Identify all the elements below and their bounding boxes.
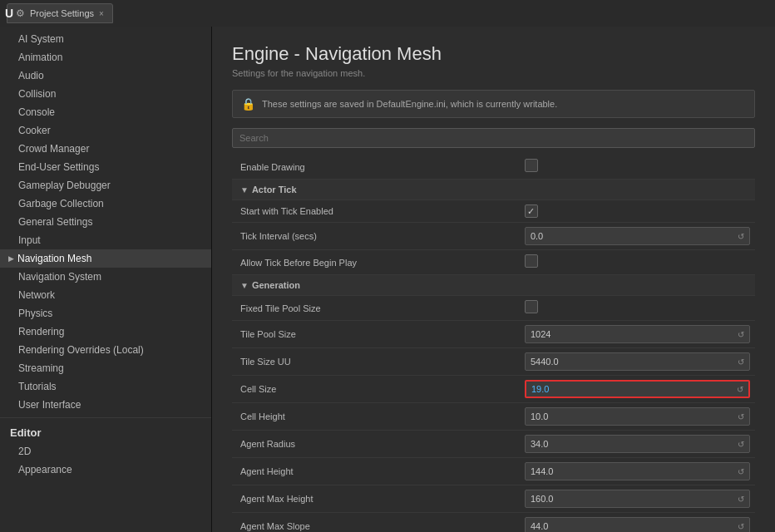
field-label: Tick Interval (secs)	[232, 223, 520, 250]
field-label: Agent Max Height	[232, 485, 520, 513]
sidebar-item-physics[interactable]: Physics	[0, 304, 211, 323]
sidebar-item-audio[interactable]: Audio	[0, 66, 211, 85]
sidebar-item-label: Crowd Manager	[18, 143, 89, 155]
field-number: 19.0	[531, 384, 549, 394]
field-value[interactable]: 160.0↺	[525, 490, 750, 508]
field-value[interactable]: 0.0↺	[525, 227, 750, 245]
field-number: 160.0	[531, 494, 554, 504]
sidebar-item-label: Appearance	[18, 464, 72, 475]
field-value[interactable]: 1024↺	[525, 325, 750, 343]
info-banner: 🔒 These settings are saved in DefaultEng…	[232, 90, 755, 118]
field-value[interactable]: 5440.0↺	[525, 352, 750, 371]
sidebar-item-user-interface[interactable]: User Interface	[0, 396, 211, 414]
sidebar-item-cooker[interactable]: Cooker	[0, 121, 211, 140]
sidebar-item-network[interactable]: Network	[0, 286, 211, 304]
field-value[interactable]: 34.0↺	[525, 435, 750, 453]
project-settings-tab[interactable]: ⚙ Project Settings ×	[7, 3, 113, 23]
sidebar-item-2d[interactable]: 2D	[0, 442, 211, 461]
field-number: 10.0	[531, 411, 548, 421]
section-title: Actor Tick	[252, 185, 297, 195]
lock-icon: 🔒	[241, 97, 255, 111]
sidebar-item-navigation-mesh[interactable]: ▶Navigation Mesh	[0, 249, 211, 268]
sidebar-item-end-user-settings[interactable]: End-User Settings	[0, 158, 211, 176]
field-number: 1024	[531, 329, 550, 339]
main-layout: AI SystemAnimationAudioCollisionConsoleC…	[0, 27, 775, 532]
section-header-actor-tick[interactable]: ▼Actor Tick	[232, 180, 755, 200]
sidebar-item-label: Physics	[18, 308, 52, 319]
nav-arrow-icon: ▶	[8, 254, 14, 263]
reset-icon[interactable]: ↺	[737, 385, 743, 394]
reset-icon[interactable]: ↺	[738, 412, 744, 421]
sidebar-item-appearance[interactable]: Appearance	[0, 461, 211, 479]
table-row: Tile Size UU5440.0↺	[232, 348, 755, 376]
sidebar-item-general-settings[interactable]: General Settings	[0, 213, 211, 231]
sidebar-item-label: Collision	[18, 88, 56, 100]
field-label: Tile Pool Size	[232, 321, 520, 348]
sidebar-item-console[interactable]: Console	[0, 103, 211, 121]
sidebar: AI SystemAnimationAudioCollisionConsoleC…	[0, 27, 212, 532]
reset-icon[interactable]: ↺	[738, 522, 744, 531]
field-value[interactable]: 19.0↺	[525, 380, 750, 398]
sidebar-item-label: Rendering Overrides (Local)	[18, 344, 144, 356]
table-row: Fixed Tile Pool Size	[232, 296, 755, 321]
field-label: Agent Height	[232, 458, 520, 485]
checkbox[interactable]	[525, 204, 538, 218]
field-number: 44.0	[531, 521, 548, 531]
title-bar: U ⚙ Project Settings ×	[0, 0, 775, 27]
reset-icon[interactable]: ↺	[738, 357, 744, 367]
sidebar-content[interactable]: AI SystemAnimationAudioCollisionConsoleC…	[0, 27, 211, 532]
field-value[interactable]: 144.0↺	[525, 462, 750, 480]
reset-icon[interactable]: ↺	[738, 467, 744, 476]
field-label: Agent Radius	[232, 431, 520, 458]
field-number: 144.0	[531, 466, 554, 476]
section-collapse-icon: ▼	[240, 185, 249, 195]
field-label: Enable Drawing	[232, 155, 520, 180]
content-area: Engine - Navigation Mesh Settings for th…	[212, 27, 775, 532]
ue-logo: U	[0, 0, 18, 27]
sidebar-item-streaming[interactable]: Streaming	[0, 359, 211, 377]
reset-icon[interactable]: ↺	[738, 495, 744, 504]
sidebar-item-crowd-manager[interactable]: Crowd Manager	[0, 140, 211, 158]
field-value[interactable]: 44.0↺	[525, 517, 750, 532]
page-subtitle: Settings for the navigation mesh.	[232, 68, 755, 78]
sidebar-item-label: Rendering	[18, 326, 64, 337]
sidebar-item-label: Streaming	[18, 362, 64, 374]
page-title: Engine - Navigation Mesh	[232, 43, 755, 65]
sidebar-item-label: Tutorials	[18, 381, 57, 392]
sidebar-item-navigation-system[interactable]: Navigation System	[0, 268, 211, 286]
tab-label: Project Settings	[30, 8, 94, 18]
sidebar-item-rendering[interactable]: Rendering	[0, 323, 211, 341]
search-input[interactable]	[232, 128, 755, 148]
field-number: 0.0	[531, 231, 543, 241]
sidebar-item-garbage-collection[interactable]: Garbage Collection	[0, 195, 211, 213]
table-row: Agent Max Slope44.0↺	[232, 513, 755, 533]
sidebar-item-label: Cooker	[18, 125, 51, 136]
sidebar-item-collision[interactable]: Collision	[0, 85, 211, 103]
sidebar-item-label: Navigation Mesh	[17, 253, 91, 264]
sidebar-item-animation[interactable]: Animation	[0, 48, 211, 66]
settings-table: Enable Drawing▼Actor TickStart with Tick…	[232, 155, 755, 532]
sidebar-item-gameplay-debugger[interactable]: Gameplay Debugger	[0, 176, 211, 195]
field-value[interactable]: 10.0↺	[525, 407, 750, 426]
checkbox[interactable]	[525, 300, 538, 313]
reset-icon[interactable]: ↺	[738, 232, 744, 241]
reset-icon[interactable]: ↺	[738, 440, 744, 449]
checkbox[interactable]	[525, 159, 538, 172]
sidebar-item-label: Audio	[18, 70, 44, 81]
table-row: Tile Pool Size1024↺	[232, 321, 755, 348]
checkbox[interactable]	[525, 254, 538, 268]
sidebar-item-tutorials[interactable]: Tutorials	[0, 377, 211, 396]
section-header-generation[interactable]: ▼Generation	[232, 275, 755, 296]
sidebar-item-input[interactable]: Input	[0, 231, 211, 249]
close-icon[interactable]: ×	[99, 9, 104, 18]
field-label: Allow Tick Before Begin Play	[232, 250, 520, 275]
sidebar-item-rendering-overrides-local[interactable]: Rendering Overrides (Local)	[0, 341, 211, 359]
sidebar-item-label: 2D	[18, 446, 31, 457]
sidebar-item-ai-system[interactable]: AI System	[0, 30, 211, 48]
field-number: 5440.0	[531, 357, 559, 367]
section-collapse-icon: ▼	[240, 281, 249, 290]
table-row: Tick Interval (secs)0.0↺	[232, 223, 755, 250]
field-label: Cell Height	[232, 403, 520, 431]
field-label: Cell Size	[232, 376, 520, 403]
reset-icon[interactable]: ↺	[738, 330, 744, 339]
